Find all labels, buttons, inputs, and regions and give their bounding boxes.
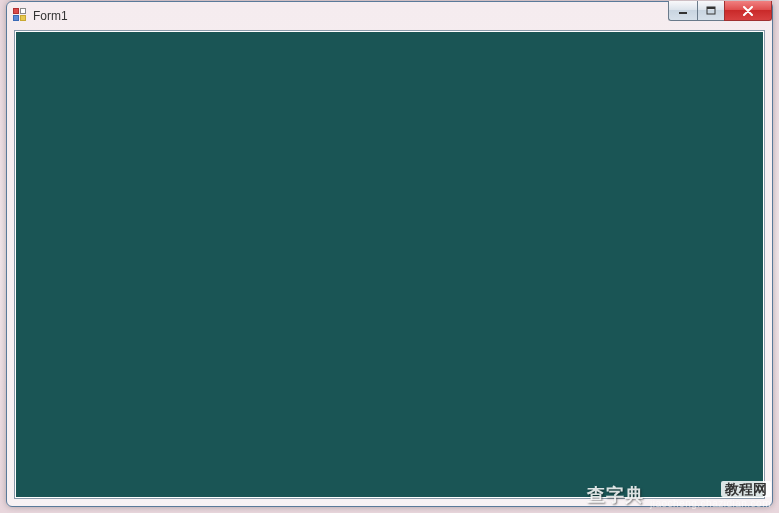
title-bar[interactable]: Form1 (7, 2, 772, 30)
minimize-icon (678, 6, 688, 16)
close-button[interactable] (724, 1, 772, 21)
minimize-button[interactable] (668, 1, 697, 21)
app-icon (13, 8, 29, 24)
client-area (14, 30, 765, 499)
svg-rect-2 (707, 7, 715, 9)
content-panel (16, 32, 763, 497)
window-control-buttons (668, 1, 772, 21)
svg-rect-0 (679, 12, 687, 14)
maximize-button[interactable] (697, 1, 724, 21)
close-icon (742, 6, 754, 16)
window-title: Form1 (33, 9, 68, 23)
window-frame: Form1 (6, 1, 773, 507)
maximize-icon (706, 6, 716, 16)
